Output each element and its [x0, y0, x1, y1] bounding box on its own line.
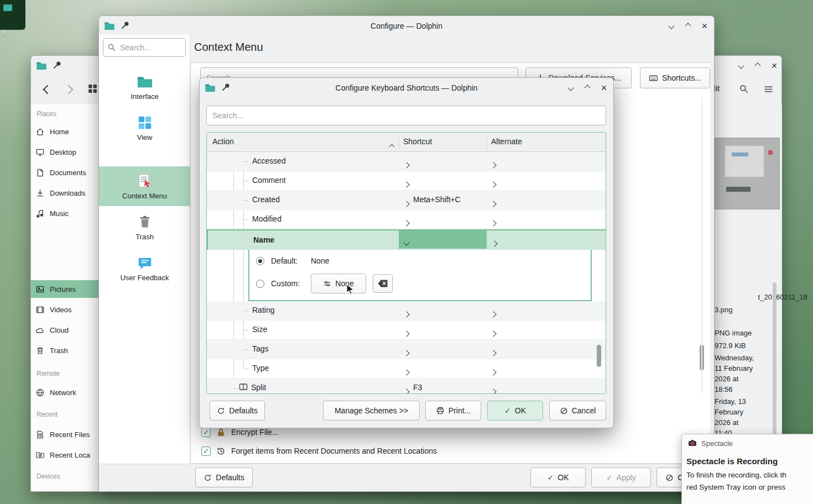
table-row-rating[interactable]: Rating	[207, 301, 606, 321]
clear-history-icon	[216, 447, 226, 456]
back-button[interactable]	[44, 85, 51, 95]
shortcut-expander-icon[interactable]	[404, 367, 409, 377]
sidebar-item-downloads[interactable]: Downloads	[31, 184, 99, 202]
shortcut-collapse-icon[interactable]	[404, 237, 409, 247]
checkbox-checked[interactable]: ✓	[201, 428, 211, 437]
minimize-button[interactable]	[565, 82, 577, 94]
shortcut-expander-icon[interactable]	[404, 198, 409, 208]
shortcuts-button[interactable]: Shortcuts...	[640, 67, 710, 88]
table-row-modified[interactable]: Modified	[207, 210, 606, 229]
column-header-action[interactable]: Action	[212, 137, 234, 146]
forward-button[interactable]	[65, 85, 72, 95]
settings-item-trash[interactable]: Trash	[99, 207, 190, 247]
shortcuts-search-input[interactable]	[206, 106, 606, 125]
table-row-created[interactable]: Created Meta+Shift+C	[207, 191, 606, 210]
alternate-expander-icon[interactable]	[491, 160, 496, 170]
manage-schemes-button[interactable]: Manage Schemes >>	[323, 401, 420, 421]
view-mode-icon[interactable]	[87, 83, 98, 96]
close-button[interactable]: ×	[768, 60, 780, 72]
desktop-corner-icon[interactable]	[0, 0, 25, 30]
defaults-button[interactable]: Defaults	[195, 468, 253, 487]
default-radio[interactable]	[256, 257, 264, 265]
sidebar-item-documents[interactable]: Documents	[31, 164, 99, 181]
shortcut-cell-active[interactable]	[399, 230, 487, 249]
shortcut-expander-icon[interactable]	[404, 160, 409, 170]
shortcut-expander-icon[interactable]	[404, 328, 409, 338]
table-row-name-selected[interactable]: Name	[207, 229, 606, 250]
sidebar-item-drive[interactable]: 237.5 GiB I	[31, 486, 99, 491]
shortcut-expander-icon[interactable]	[404, 179, 409, 189]
checkbox-row-forget-items[interactable]: ✓ Forget items from Recent Documents and…	[201, 444, 437, 458]
table-row-accessed[interactable]: Accessed	[207, 152, 606, 171]
sidebar-item-cloud[interactable]: Cloud	[31, 321, 99, 339]
pin-icon[interactable]	[120, 20, 131, 32]
checkbox-label: Forget items from Recent Documents and R…	[231, 447, 437, 455]
sidebar-item-home[interactable]: Home	[31, 123, 99, 140]
settings-item-view[interactable]: View	[99, 108, 190, 148]
settings-item-interface[interactable]: Interface	[99, 67, 190, 107]
sidebar-item-recent-locations[interactable]: Recent Loca	[31, 446, 99, 464]
custom-radio[interactable]	[256, 280, 264, 288]
configure-titlebar[interactable]: Configure — Dolphin ×	[99, 16, 714, 36]
sort-ascending-icon[interactable]	[390, 141, 394, 151]
sidebar-item-recent-files[interactable]: Recent Files	[31, 426, 99, 443]
alternate-expander-icon[interactable]	[491, 198, 496, 208]
table-scrollbar[interactable]	[597, 345, 601, 367]
alternate-expander-icon[interactable]	[492, 238, 497, 248]
alternate-expander-icon[interactable]	[491, 309, 496, 319]
alternate-expander-icon[interactable]	[491, 367, 496, 377]
maximize-button[interactable]	[682, 20, 694, 32]
minimize-button[interactable]	[665, 20, 678, 32]
minimize-button[interactable]	[735, 60, 747, 72]
clear-shortcut-button[interactable]	[373, 274, 393, 293]
apply-button[interactable]: ✓ Apply	[591, 468, 651, 487]
spectacle-notification[interactable]: Spectacle Spectacle is Recording To fini…	[681, 434, 813, 504]
places-section-label: Places	[37, 110, 56, 118]
maximize-button[interactable]	[752, 60, 764, 72]
close-button[interactable]: ×	[598, 82, 610, 94]
settings-item-context-menu[interactable]: Context Menu	[99, 166, 190, 206]
sidebar-item-videos[interactable]: Videos	[31, 301, 99, 318]
sidebar-item-trash[interactable]: Trash	[31, 342, 99, 359]
settings-item-user-feedback[interactable]: User Feedback	[99, 248, 190, 288]
shortcut-value: F3	[413, 383, 422, 392]
custom-shortcut-button[interactable]: None	[311, 274, 366, 293]
alternate-expander-icon[interactable]	[491, 179, 496, 189]
sidebar-item-music[interactable]: Music	[31, 204, 99, 222]
configure-window-title: Configure — Dolphin	[99, 22, 714, 30]
shortcut-expander-icon[interactable]	[404, 309, 409, 319]
search-icon[interactable]	[739, 84, 749, 96]
table-row-size[interactable]: Size	[207, 321, 606, 340]
alternate-expander-icon[interactable]	[491, 328, 496, 338]
pin-icon[interactable]	[52, 60, 63, 71]
table-row-type[interactable]: Type	[207, 359, 606, 379]
print-button[interactable]: Print...	[425, 401, 481, 421]
hamburger-menu-icon[interactable]	[763, 84, 774, 97]
table-row-tags[interactable]: Tags	[207, 340, 606, 359]
checkbox-checked[interactable]: ✓	[201, 447, 211, 456]
sidebar-item-desktop[interactable]: Desktop	[31, 143, 99, 161]
shortcut-expander-icon[interactable]	[404, 348, 409, 358]
close-button[interactable]: ×	[699, 20, 711, 32]
column-header-shortcut[interactable]: Shortcut	[403, 137, 432, 146]
cancel-button[interactable]: Cancel	[549, 401, 606, 421]
alternate-expander-icon[interactable]	[491, 348, 496, 358]
shortcut-expander-icon[interactable]	[404, 218, 409, 228]
shortcuts-titlebar[interactable]: Configure Keyboard Shortcuts — Dolphin ×	[200, 78, 613, 98]
info-panel-scrollbar[interactable]	[773, 282, 776, 444]
table-row-comment[interactable]: Comment	[207, 171, 606, 191]
pin-icon[interactable]	[221, 82, 232, 93]
ok-button[interactable]: ✓ OK	[487, 401, 543, 421]
table-body: Accessed Comment Created Meta+Shift+C	[207, 152, 606, 394]
column-header-alternate[interactable]: Alternate	[491, 137, 522, 146]
table-row-split[interactable]: Split F3	[207, 379, 606, 394]
defaults-button[interactable]: Defaults	[210, 401, 265, 421]
sidebar-item-network[interactable]: Network	[31, 384, 99, 401]
maximize-button[interactable]	[581, 82, 593, 94]
pictures-icon	[35, 285, 45, 294]
alternate-expander-icon[interactable]	[491, 386, 496, 394]
sidebar-item-pictures[interactable]: Pictures	[31, 280, 99, 298]
shortcut-expander-icon[interactable]	[404, 386, 409, 394]
alternate-expander-icon[interactable]	[491, 218, 496, 228]
ok-button[interactable]: ✓ OK	[530, 468, 586, 487]
